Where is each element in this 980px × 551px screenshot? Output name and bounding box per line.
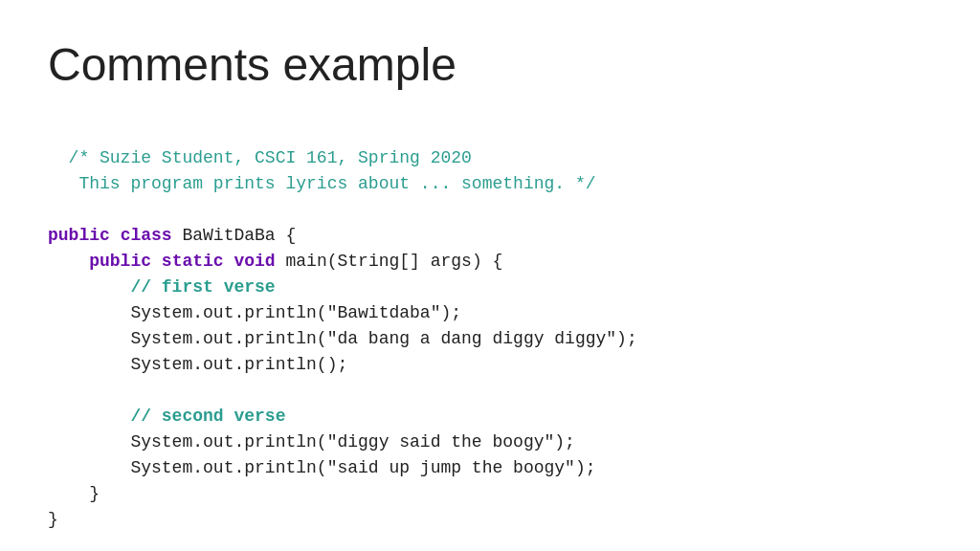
code-block: /* Suzie Student, CSCI 161, Spring 2020 … <box>48 120 932 533</box>
println-said: System.out.println("said up jump the boo… <box>48 458 596 477</box>
close-class-brace: } <box>48 510 58 529</box>
keyword-public: public <box>48 226 110 245</box>
second-verse-comment: // second verse <box>48 407 285 426</box>
println-da-bang: System.out.println("da bang a dang diggy… <box>48 329 637 348</box>
keyword-class: class <box>121 226 172 245</box>
block-comment-line1: /* Suzie Student, CSCI 161, Spring 2020 <box>69 148 472 167</box>
class-declaration: public class BaWitDaBa { <box>48 226 296 245</box>
keyword-public2: public <box>89 252 151 271</box>
keyword-void: void <box>234 252 275 271</box>
println-diggy: System.out.println("diggy said the boogy… <box>48 432 575 452</box>
page-title: Comments example <box>48 38 932 91</box>
main-declaration: public static void main(String[] args) { <box>48 252 502 271</box>
println-empty: System.out.println(); <box>48 355 347 374</box>
println-bawitdaba: System.out.println("Bawitdaba"); <box>48 303 461 322</box>
close-main-brace: } <box>48 484 100 503</box>
first-verse-comment: // first verse <box>48 277 276 297</box>
block-comment-line2: This program prints lyrics about ... som… <box>48 174 596 193</box>
keyword-static: static <box>162 252 224 271</box>
